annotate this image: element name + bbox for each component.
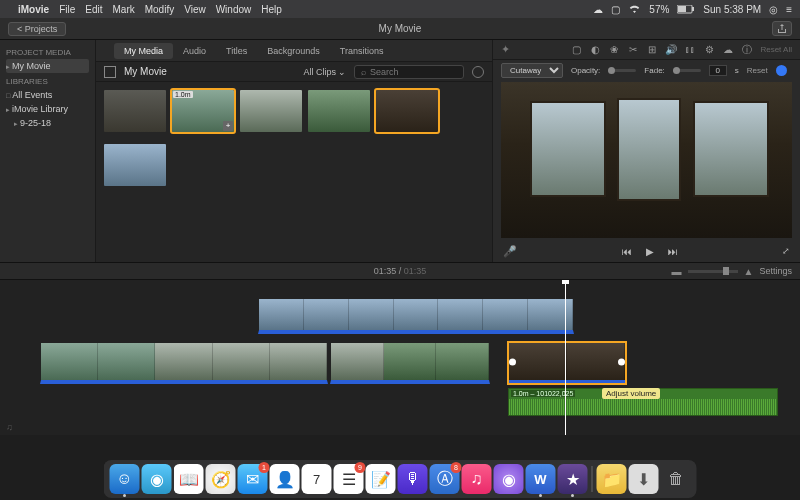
zoom-in-icon[interactable]: ▲ bbox=[744, 266, 754, 277]
fade-value[interactable]: 0 bbox=[709, 65, 727, 76]
media-clip[interactable] bbox=[240, 90, 302, 132]
media-clip[interactable] bbox=[104, 144, 166, 186]
wifi-icon[interactable] bbox=[628, 4, 641, 14]
menu-view[interactable]: View bbox=[184, 4, 206, 15]
svg-rect-1 bbox=[678, 6, 686, 12]
tab-transitions[interactable]: Transitions bbox=[330, 43, 394, 59]
timeline[interactable]: 1.0m – 101022,025 Adjust volume ♫ bbox=[0, 280, 800, 435]
add-clip-icon[interactable]: + bbox=[223, 121, 233, 131]
apply-check-icon[interactable] bbox=[776, 65, 787, 76]
macos-menubar: iMovie File Edit Mark Modify View Window… bbox=[0, 0, 800, 18]
color-balance-icon[interactable]: ◐ bbox=[589, 44, 601, 56]
stabilize-icon[interactable]: ⊞ bbox=[646, 44, 658, 56]
dock-screenshot[interactable]: ◉ bbox=[494, 464, 524, 494]
clock[interactable]: Sun 5:38 PM bbox=[703, 4, 761, 15]
speed-icon[interactable]: ⚙ bbox=[703, 44, 715, 56]
search-icon: ⌕ bbox=[361, 67, 366, 77]
grid-view-icon[interactable] bbox=[104, 66, 116, 78]
spotlight-icon[interactable]: ◎ bbox=[769, 4, 778, 15]
dock-ibooks[interactable]: 📖 bbox=[174, 464, 204, 494]
menu-file[interactable]: File bbox=[59, 4, 75, 15]
media-clip-selected[interactable] bbox=[376, 90, 438, 132]
adjust-toolbar: ✦ ▢ ◐ ❀ ✂ ⊞ 🔊 ⫾⫾ ⚙ ☁ ⓘ Reset All bbox=[493, 40, 800, 60]
timeline-clip[interactable] bbox=[330, 342, 490, 384]
crop-icon[interactable]: ✂ bbox=[627, 44, 639, 56]
timeline-clip-cutaway[interactable] bbox=[258, 298, 574, 334]
dock-safari[interactable]: 🧭 bbox=[206, 464, 236, 494]
tab-titles[interactable]: Titles bbox=[216, 43, 257, 59]
enhance-icon[interactable]: ✦ bbox=[501, 43, 510, 56]
dock-finder[interactable]: ☺ bbox=[110, 464, 140, 494]
menu-mark[interactable]: Mark bbox=[112, 4, 134, 15]
volume-icon[interactable]: 🔊 bbox=[665, 44, 677, 56]
dock-contacts[interactable]: 👤 bbox=[270, 464, 300, 494]
tab-my-media[interactable]: My Media bbox=[114, 43, 173, 59]
menu-window[interactable]: Window bbox=[216, 4, 252, 15]
media-clip-selected[interactable]: 1.0m+ bbox=[172, 90, 234, 132]
dock-podcasts[interactable]: 🎙 bbox=[398, 464, 428, 494]
dock-music[interactable]: ♫ bbox=[462, 464, 492, 494]
sidebar-all-events[interactable]: All Events bbox=[6, 88, 89, 102]
dock-word[interactable]: W bbox=[526, 464, 556, 494]
clip-trim-handle-left[interactable] bbox=[509, 358, 516, 365]
overlay-inspector-icon[interactable]: ▢ bbox=[570, 44, 582, 56]
preview-viewer[interactable] bbox=[501, 82, 792, 238]
dock-imovie[interactable]: ★ bbox=[558, 464, 588, 494]
fullscreen-icon[interactable]: ⤢ bbox=[782, 246, 790, 256]
reset-all-button[interactable]: Reset All bbox=[760, 45, 792, 54]
timeline-clip-selected[interactable] bbox=[508, 342, 626, 384]
menu-help[interactable]: Help bbox=[261, 4, 282, 15]
timeline-header: 01:35 / 01:35 ▬ ▲ Settings bbox=[0, 262, 800, 280]
menu-edit[interactable]: Edit bbox=[85, 4, 102, 15]
notification-center-icon[interactable]: ≡ bbox=[786, 4, 792, 15]
event-title: My Movie bbox=[124, 66, 167, 77]
dock-folder[interactable]: 📁 bbox=[597, 464, 627, 494]
menu-modify[interactable]: Modify bbox=[145, 4, 174, 15]
zoom-out-icon[interactable]: ▬ bbox=[672, 266, 682, 277]
media-clip[interactable] bbox=[104, 90, 166, 132]
color-correction-icon[interactable]: ❀ bbox=[608, 44, 620, 56]
dock-divider bbox=[592, 466, 593, 492]
play-button[interactable]: ▶ bbox=[646, 246, 654, 257]
tab-audio[interactable]: Audio bbox=[173, 43, 216, 59]
timecode-display: 01:35 / 01:35 bbox=[374, 266, 427, 276]
info-icon[interactable]: ⓘ bbox=[741, 44, 753, 56]
sidebar-event-date[interactable]: 9-25-18 bbox=[6, 116, 89, 130]
app-toolbar: < Projects My Movie bbox=[0, 18, 800, 40]
noise-eq-icon[interactable]: ⫾⫾ bbox=[684, 44, 696, 56]
fade-unit: s bbox=[735, 66, 739, 75]
dock-trash[interactable]: 🗑 bbox=[661, 464, 691, 494]
cloud-status-icon[interactable]: ☁ bbox=[593, 4, 603, 15]
dock-calendar[interactable]: 7 bbox=[302, 464, 332, 494]
tab-backgrounds[interactable]: Backgrounds bbox=[257, 43, 330, 59]
fade-slider[interactable] bbox=[673, 69, 701, 72]
timeline-settings-button[interactable]: Settings bbox=[759, 266, 792, 276]
app-name[interactable]: iMovie bbox=[18, 4, 49, 15]
sidebar-project-item[interactable]: My Movie bbox=[6, 59, 89, 73]
prev-frame-button[interactable]: ⏮ bbox=[622, 246, 632, 257]
dock-reminders[interactable]: ☰9 bbox=[334, 464, 364, 494]
overlay-mode-select[interactable]: Cutaway bbox=[501, 63, 563, 78]
zoom-slider[interactable] bbox=[688, 270, 738, 273]
next-frame-button[interactable]: ⏭ bbox=[668, 246, 678, 257]
reset-button[interactable]: Reset bbox=[747, 66, 768, 75]
opacity-slider[interactable] bbox=[608, 69, 636, 72]
dock-downloads[interactable]: ⬇ bbox=[629, 464, 659, 494]
search-input[interactable]: ⌕Search bbox=[354, 65, 464, 79]
voiceover-icon[interactable]: 🎤 bbox=[503, 245, 517, 258]
dock-siri[interactable]: ◉ bbox=[142, 464, 172, 494]
filter-icon[interactable]: ☁ bbox=[722, 44, 734, 56]
browser-settings-icon[interactable] bbox=[472, 66, 484, 78]
playhead[interactable] bbox=[565, 280, 566, 435]
clip-trim-handle-right[interactable] bbox=[618, 358, 625, 365]
back-to-projects-button[interactable]: < Projects bbox=[8, 22, 66, 36]
dock-notes[interactable]: 📝 bbox=[366, 464, 396, 494]
dock-mail[interactable]: ✉1 bbox=[238, 464, 268, 494]
airplay-icon[interactable]: ▢ bbox=[611, 4, 620, 15]
clips-filter-dropdown[interactable]: All Clips ⌄ bbox=[303, 67, 346, 77]
media-clip[interactable] bbox=[308, 90, 370, 132]
timeline-clip[interactable] bbox=[40, 342, 328, 384]
dock-appstore[interactable]: Ⓐ8 bbox=[430, 464, 460, 494]
share-button[interactable] bbox=[772, 21, 792, 36]
sidebar-library[interactable]: iMovie Library bbox=[6, 102, 89, 116]
